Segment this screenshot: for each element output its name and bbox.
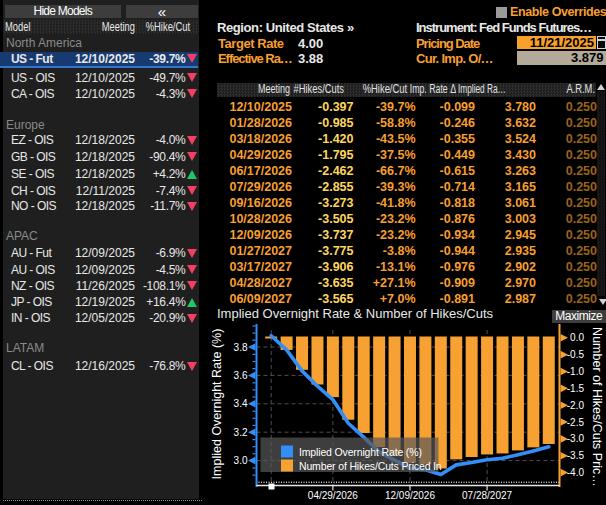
svg-text:-2.5: -2.5 xyxy=(567,417,585,428)
svg-text:3.4: 3.4 xyxy=(234,398,248,409)
svg-text:0.0: 0.0 xyxy=(570,332,584,343)
svg-text:-0.5: -0.5 xyxy=(567,349,585,360)
svg-text:3.0: 3.0 xyxy=(234,455,248,466)
svg-text:Number of Hikes/Cuts Priced In: Number of Hikes/Cuts Priced In xyxy=(299,460,442,472)
svg-text:Number of Hikes/Cuts Pric…: Number of Hikes/Cuts Pric… xyxy=(590,327,604,487)
svg-text:04/29/2026: 04/29/2026 xyxy=(308,490,358,501)
svg-text:12/09/2026: 12/09/2026 xyxy=(385,490,435,501)
svg-text:-3.0: -3.0 xyxy=(567,433,585,444)
svg-text:3.2: 3.2 xyxy=(234,427,248,438)
svg-text:Implied Overnight Rate (%): Implied Overnight Rate (%) xyxy=(299,446,422,458)
svg-text:Implied Overnight Rate (%): Implied Overnight Rate (%) xyxy=(210,329,224,480)
svg-text:3.6: 3.6 xyxy=(234,370,248,381)
svg-text:-1.5: -1.5 xyxy=(567,383,585,394)
svg-text:3.8: 3.8 xyxy=(234,342,248,353)
svg-text:-2.0: -2.0 xyxy=(567,400,585,411)
svg-text:07/28/2027: 07/28/2027 xyxy=(462,490,512,501)
svg-text:-4.0: -4.0 xyxy=(567,467,585,478)
svg-text:-3.5: -3.5 xyxy=(567,450,585,461)
svg-text:-1.0: -1.0 xyxy=(567,366,585,377)
